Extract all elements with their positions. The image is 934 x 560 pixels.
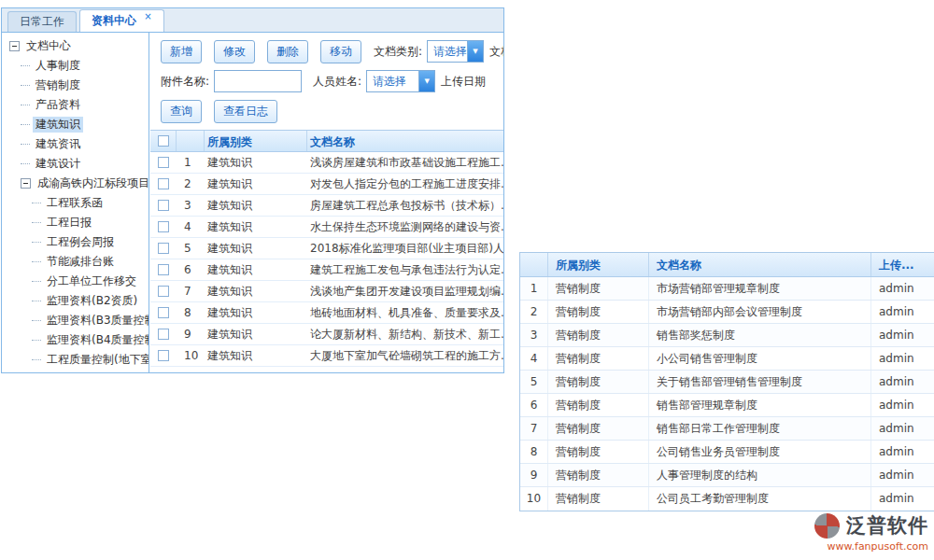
row-docname[interactable]: 对发包人指定分包的工程施工进度安排... xyxy=(307,174,503,194)
document-row[interactable]: 9建筑知识论大厦新材料、新结构、新技术、新工... xyxy=(150,324,503,345)
document-row[interactable]: 3建筑知识房屋建筑工程总承包投标书（技术标）... xyxy=(150,195,503,217)
row-checkbox[interactable] xyxy=(150,302,177,323)
sidebar-item[interactable]: 人事制度 xyxy=(7,56,149,76)
row-docname[interactable]: 浅谈地产集团开发建设项目监理规划编... xyxy=(307,281,503,301)
row-category: 建筑知识 xyxy=(205,324,307,344)
document-row[interactable]: 5营销制度关于销售部管理销售管理制度admin xyxy=(520,371,934,394)
minus-icon xyxy=(23,183,28,184)
row-docname[interactable]: 房屋建筑工程总承包投标书（技术标）... xyxy=(307,195,503,216)
row-docname[interactable]: 浅谈房屋建筑和市政基础设施工程施工... xyxy=(307,152,503,173)
row-checkbox[interactable] xyxy=(150,345,177,366)
sidebar-item[interactable]: 工程联系函 xyxy=(7,193,149,213)
document-row[interactable]: 9营销制度人事管理制度的结构admin xyxy=(520,464,934,487)
sidebar-item[interactable]: 监理资料(B2资质) xyxy=(7,291,149,311)
document-row[interactable]: 6建筑知识建筑工程施工发包与承包违法行为认定... xyxy=(150,259,503,281)
sidebar-item[interactable]: 成渝高铁内江标段项目 xyxy=(7,174,149,193)
row-docname[interactable]: 销售部管理规章制度 xyxy=(649,394,871,416)
row-docname[interactable]: 市场营销部内部会议管理制度 xyxy=(649,301,871,323)
document-row[interactable]: 5建筑知识2018标准化监理项目部(业主项目部)人员... xyxy=(150,238,503,259)
sidebar-item[interactable]: 建筑设计 xyxy=(7,154,149,174)
person-label: 人员姓名: xyxy=(313,74,361,90)
row-checkbox[interactable] xyxy=(150,238,177,259)
tree-collapse-icon[interactable] xyxy=(21,178,31,189)
row-docname[interactable]: 地砖地面材料、机具准备、质量要求及... xyxy=(307,302,503,323)
move-button[interactable]: 移动 xyxy=(320,40,361,63)
sidebar-item[interactable]: 营销制度 xyxy=(7,76,149,95)
row-docname[interactable]: 大厦地下室加气砼墙砌筑工程的施工方... xyxy=(307,345,503,366)
row-docname[interactable]: 公司销售业务员管理制度 xyxy=(649,441,871,463)
sidebar-item[interactable]: 建筑资讯 xyxy=(7,134,149,154)
row-docname[interactable]: 人事管理制度的结构 xyxy=(649,464,871,486)
sidebar-item[interactable]: 分工单位工作移交 xyxy=(7,272,149,291)
marketing-doc-table: 所属别类 文档名称 上传... 1营销制度市场营销部管理规章制度admin2营销… xyxy=(519,252,934,511)
tab-daily-work[interactable]: 日常工作 xyxy=(7,11,77,32)
document-row[interactable]: 6营销制度销售部管理规章制度admin xyxy=(520,394,934,417)
sidebar-item[interactable]: 监理资料(B4质量控制) xyxy=(7,330,149,350)
row-number: 7 xyxy=(520,417,548,440)
document-row[interactable]: 3营销制度销售部奖惩制度admin xyxy=(520,324,934,347)
row-checkbox[interactable] xyxy=(150,324,177,344)
row-checkbox[interactable] xyxy=(150,152,177,173)
chevron-down-icon[interactable]: ▼ xyxy=(467,41,483,62)
row-docname[interactable]: 论大厦新材料、新结构、新技术、新工... xyxy=(307,324,503,344)
row-docname[interactable]: 建筑工程施工发包与承包违法行为认定... xyxy=(307,259,503,280)
document-row[interactable]: 7营销制度销售部日常工作管理制度admin xyxy=(520,417,934,441)
row-docname[interactable]: 2018标准化监理项目部(业主项目部)人员... xyxy=(307,238,503,259)
sidebar-item[interactable]: 工程日报 xyxy=(7,213,149,232)
checkbox-icon xyxy=(158,178,169,189)
row-docname[interactable]: 市场营销部管理规章制度 xyxy=(649,277,871,300)
row-docname[interactable]: 关于销售部管理销售管理制度 xyxy=(649,371,871,393)
sidebar-item[interactable]: 建筑知识 xyxy=(7,115,149,134)
row-docname[interactable]: 销售部日常工作管理制度 xyxy=(649,417,871,440)
select-all-checkbox[interactable] xyxy=(150,131,177,151)
document-row[interactable]: 4营销制度小公司销售管理制度admin xyxy=(520,347,934,371)
modify-button[interactable]: 修改 xyxy=(214,40,255,63)
document-row[interactable]: 8营销制度公司销售业务员管理制度admin xyxy=(520,441,934,464)
view-log-button[interactable]: 查看日志 xyxy=(214,100,277,123)
document-row[interactable]: 2营销制度市场营销部内部会议管理制度admin xyxy=(520,301,934,324)
checkbox-icon xyxy=(158,135,169,147)
row-checkbox[interactable] xyxy=(150,195,177,216)
row-docname[interactable]: 水土保持生态环境监测网络的建设与资... xyxy=(307,217,503,237)
row-docname[interactable]: 销售部奖惩制度 xyxy=(649,324,871,346)
sidebar-item[interactable]: 产品资料 xyxy=(7,95,149,115)
document-row[interactable]: 4建筑知识水土保持生态环境监测网络的建设与资... xyxy=(150,217,503,238)
document-row[interactable]: 10建筑知识大厦地下室加气砼墙砌筑工程的施工方... xyxy=(150,345,503,367)
row-category: 营销制度 xyxy=(548,464,649,486)
row-category: 建筑知识 xyxy=(205,217,307,237)
row-docname[interactable]: 公司员工考勤管理制度 xyxy=(649,487,871,511)
chevron-down-icon[interactable]: ▼ xyxy=(418,71,434,91)
person-value: 请选择 xyxy=(367,71,418,91)
query-button[interactable]: 查询 xyxy=(161,100,202,123)
sidebar-item[interactable]: 节能减排台账 xyxy=(7,252,149,272)
document-row[interactable]: 10营销制度公司员工考勤管理制度admin xyxy=(520,487,934,511)
add-button[interactable]: 新增 xyxy=(161,40,202,63)
checkbox-icon xyxy=(158,329,169,340)
document-row[interactable]: 1营销制度市场营销部管理规章制度admin xyxy=(520,277,934,301)
sidebar-item[interactable]: 工程质量控制(地下室) xyxy=(7,350,149,370)
document-row[interactable]: 7建筑知识浅谈地产集团开发建设项目监理规划编... xyxy=(150,281,503,302)
sidebar-item[interactable]: 监理资料(B5进度控制) xyxy=(7,370,149,372)
delete-button[interactable]: 删除 xyxy=(267,40,308,63)
document-row[interactable]: 8建筑知识地砖地面材料、机具准备、质量要求及... xyxy=(150,302,503,324)
document-row[interactable]: 1建筑知识浅谈房屋建筑和市政基础设施工程施工... xyxy=(150,152,503,174)
close-icon[interactable]: × xyxy=(144,11,151,21)
doc-type-select[interactable]: 请选择 ▼ xyxy=(427,40,484,63)
tree-line-icon xyxy=(21,144,30,145)
row-checkbox[interactable] xyxy=(150,217,177,237)
tab-daily-work-label: 日常工作 xyxy=(20,15,64,28)
sidebar-item[interactable]: 工程例会周报 xyxy=(7,232,149,252)
tab-data-center[interactable]: 资料中心 × xyxy=(79,9,164,32)
sidebar-item[interactable]: 监理资料(B3质量控制) xyxy=(7,311,149,330)
attachment-input[interactable] xyxy=(214,70,302,92)
brand-url[interactable]: www.fanpusoft.com xyxy=(814,540,928,553)
row-checkbox[interactable] xyxy=(150,281,177,301)
tree-collapse-icon[interactable] xyxy=(9,41,20,51)
person-select[interactable]: 请选择 ▼ xyxy=(366,70,435,92)
row-checkbox[interactable] xyxy=(150,174,177,194)
sidebar-item[interactable]: 文档中心 xyxy=(7,36,149,56)
marketing-table-header: 所属别类 文档名称 上传... xyxy=(520,253,934,277)
row-checkbox[interactable] xyxy=(150,259,177,280)
row-docname[interactable]: 小公司销售管理制度 xyxy=(649,347,871,370)
document-row[interactable]: 2建筑知识对发包人指定分包的工程施工进度安排... xyxy=(150,174,503,195)
